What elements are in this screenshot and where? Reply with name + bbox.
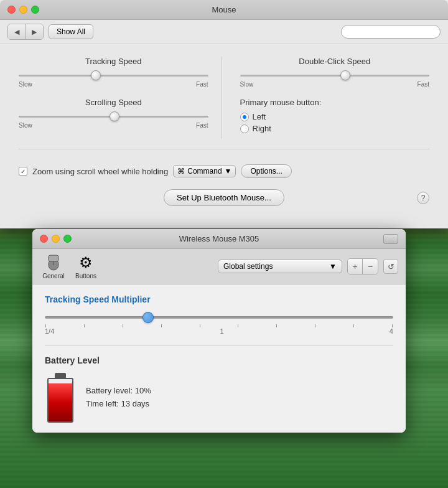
general-tab-button[interactable]: General [40,253,67,280]
refresh-icon: ↺ [388,262,394,271]
command-dropdown[interactable]: ⌘ Command ▼ [173,165,236,177]
svg-rect-2 [49,255,58,261]
tick-8 [315,324,315,327]
scrolling-speed-fast: Fast [196,122,208,129]
double-click-speed-thumb[interactable] [340,70,350,80]
global-settings-value: Global settings [223,262,273,271]
global-settings-dropdown[interactable]: Global settings ▼ [218,260,342,273]
radio-right-button[interactable] [240,124,249,133]
radio-left[interactable]: Left [240,112,430,121]
multiplier-mid: 1 [220,327,224,335]
wireless-window-controls [40,235,72,243]
window-controls [7,6,39,14]
search-input[interactable] [341,25,441,39]
primary-mouse-button-section: Primary mouse button: Left Right [240,98,430,133]
double-click-speed-label: Double-Click Speed [240,57,430,66]
zoom-text: Zoom using scroll wheel while holding [32,167,168,176]
help-label: ? [421,194,426,202]
battery-section: Battery Level Battery level: 10% Time le… [45,355,393,423]
tracking-multiplier-slider[interactable] [45,312,393,323]
wireless-minimize-button[interactable] [52,235,60,243]
tick-6 [238,324,238,327]
scrolling-speed-slider[interactable] [19,112,208,121]
primary-mouse-button-label: Primary mouse button: [240,98,430,107]
wireless-content: Tracking Speed Multiplier 1/4 [32,284,406,433]
forward-button[interactable]: ▶ [26,24,43,39]
mouse-preferences-window: Mouse ◀ ▶ Show All Tracking Speed [0,0,448,228]
tracking-speed-label: Tracking Speed [19,57,208,66]
double-click-speed-rail [240,75,430,77]
tick-9 [353,324,354,327]
multiplier-max: 4 [390,327,393,335]
search-wrapper [341,25,441,39]
tick-4 [161,324,162,327]
back-button[interactable]: ◀ [8,24,26,39]
tick-3 [123,324,123,327]
remove-button[interactable]: − [363,259,378,274]
double-click-fast: Fast [418,81,429,88]
radio-right[interactable]: Right [240,124,430,133]
tracking-speed-labels: Slow Fast [19,81,208,88]
gear-icon: ⚙ [77,254,95,271]
zoom-section: ✓ Zoom using scroll wheel while holding … [19,159,429,183]
horizontal-divider [19,149,429,149]
mouse-icon [45,254,62,271]
maximize-button[interactable] [31,6,39,14]
tick-5 [200,324,200,327]
options-button[interactable]: Options... [241,164,291,178]
wireless-maximize-button[interactable] [63,235,72,243]
left-column: Tracking Speed Slow Fast Scrolling Speed [19,57,222,139]
double-click-speed-section: Double-Click Speed Slow Fast [240,57,430,88]
buttons-tab-button[interactable]: ⚙ Buttons [72,253,100,280]
close-button[interactable] [7,6,16,14]
command-label: Command [187,167,222,176]
scrolling-speed-labels: Slow Fast [19,122,208,129]
wireless-mouse-window: Wireless Mouse M305 General ⚙ Buttons [32,229,406,433]
battery-title: Battery Level [45,355,393,365]
tick-7 [276,324,277,327]
bluetooth-setup-button[interactable]: Set Up Bluetooth Mouse... [164,189,284,206]
scrolling-speed-section: Scrolling Speed Slow Fast [19,98,208,129]
battery-level-text: Battery level: 10% [86,385,151,398]
scrolling-speed-thumb[interactable] [110,111,119,121]
wireless-divider [45,345,393,345]
minimize-button[interactable] [19,6,27,14]
main-content: Tracking Speed Slow Fast Scrolling Speed [0,44,448,228]
dropdown-chevron-icon: ▼ [329,262,337,271]
help-icon[interactable]: ? [417,192,429,204]
command-symbol: ⌘ [177,167,185,176]
tracking-speed-slider[interactable] [19,71,208,80]
tracking-multiplier-slider-container: 1/4 1 4 [45,312,393,335]
wireless-close-button[interactable] [40,235,48,243]
tracking-speed-thumb[interactable] [91,70,101,80]
wireless-window-title: Wireless Mouse M305 [179,234,259,243]
double-click-speed-slider[interactable] [240,71,430,80]
wireless-resize-handle [383,234,398,244]
scrolling-speed-label: Scrolling Speed [19,98,208,107]
tracking-multiplier-labels: 1/4 1 4 [45,327,393,335]
gear-symbol: ⚙ [79,255,93,270]
nav-buttons: ◀ ▶ [7,24,44,40]
bottom-row: Set Up Bluetooth Mouse... ? [19,183,429,216]
tick-2 [84,324,85,327]
zoom-checkbox[interactable]: ✓ [19,167,27,176]
toolbar: ◀ ▶ Show All [0,20,448,44]
double-click-slow: Slow [240,81,254,88]
radio-right-label: Right [253,124,271,133]
battery-icon [45,373,76,423]
add-button[interactable]: + [348,259,363,274]
show-all-button[interactable]: Show All [49,24,93,39]
plus-minus-controls: + − [347,258,378,274]
tracking-speed-fast: Fast [196,81,208,88]
double-click-speed-labels: Slow Fast [240,81,430,88]
battery-fill [49,383,72,421]
battery-row: Battery level: 10% Time left: 13 days [45,373,393,423]
tracking-speed-rail [19,75,208,77]
tracking-multiplier-thumb[interactable] [142,312,154,323]
refresh-button[interactable]: ↺ [383,259,398,274]
mouse-title-bar: Mouse [0,0,448,20]
battery-time-text: Time left: 13 days [86,398,151,411]
wireless-toolbar: General ⚙ Buttons Global settings ▼ + − … [32,249,406,284]
tracking-multiplier-label: Tracking Speed Multiplier [45,294,393,304]
radio-left-button[interactable] [240,113,249,121]
